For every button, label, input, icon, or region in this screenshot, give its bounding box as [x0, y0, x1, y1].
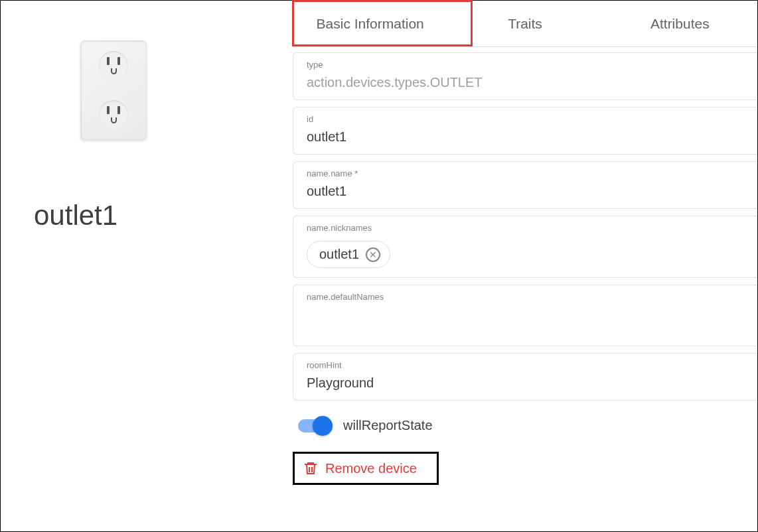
tab-basic-information[interactable]: Basic Information [293, 1, 447, 46]
field-id-label: id [307, 114, 744, 124]
tab-attributes[interactable]: Attributes [603, 1, 757, 46]
tab-bar: Basic Information Traits Attributes [293, 1, 757, 47]
field-room-hint[interactable]: roomHint [293, 353, 757, 401]
field-default-names-label: name.defaultNames [307, 292, 744, 302]
trash-icon [303, 460, 319, 476]
remove-device-button[interactable]: Remove device [303, 460, 417, 476]
field-type-value: action.devices.types.OUTLET [307, 75, 744, 90]
remove-device-label: Remove device [325, 461, 417, 476]
room-hint-input[interactable] [307, 375, 744, 391]
will-report-state-toggle[interactable] [298, 419, 331, 432]
field-room-hint-label: roomHint [307, 360, 744, 370]
nickname-chip[interactable]: outlet1 ✕ [307, 241, 390, 268]
chip-remove-icon[interactable]: ✕ [366, 247, 380, 262]
device-title: outlet1 [34, 200, 293, 232]
default-names-input[interactable] [307, 307, 744, 322]
field-nicknames[interactable]: name.nicknames outlet1 ✕ [293, 216, 757, 278]
field-name-label: name.name * [307, 168, 744, 178]
name-input[interactable] [307, 184, 744, 199]
field-type-label: type [307, 60, 744, 70]
field-id-value: outlet1 [307, 129, 744, 145]
field-type: type action.devices.types.OUTLET [293, 52, 757, 100]
outlet-icon [80, 40, 147, 140]
field-id: id outlet1 [293, 107, 757, 155]
tab-traits[interactable]: Traits [447, 1, 602, 46]
nickname-chip-label: outlet1 [319, 247, 359, 262]
will-report-state-label: willReportState [343, 418, 433, 433]
field-nicknames-label: name.nicknames [307, 223, 744, 233]
field-default-names[interactable]: name.defaultNames [293, 285, 757, 346]
field-name[interactable]: name.name * [293, 161, 757, 209]
